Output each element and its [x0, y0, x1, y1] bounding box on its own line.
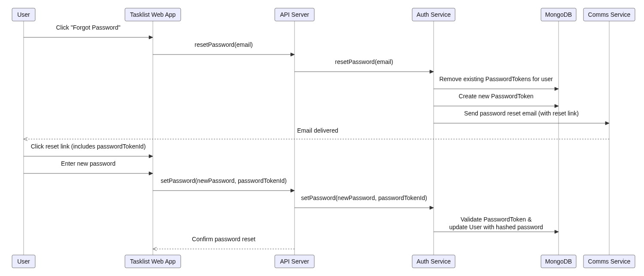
message-10-arrowhead — [430, 206, 434, 209]
participant-api-top-label: API Server — [280, 11, 309, 18]
message-2-arrowhead — [430, 70, 434, 73]
participant-auth-bottom-label: Auth Service — [416, 258, 451, 265]
message-5-label: Send password reset email (with reset li… — [464, 110, 579, 117]
message-8-label: Enter new password — [61, 160, 115, 167]
participant-comms-top-label: Comms Service — [588, 11, 631, 18]
message-7-arrowhead — [149, 155, 153, 158]
participant-api-bottom-label: API Server — [280, 258, 309, 265]
message-11-label-line-0: Validate PasswordToken & — [461, 216, 532, 223]
message-11-label-line-1: update User with hashed password — [449, 224, 543, 231]
message-3-arrowhead — [555, 87, 559, 91]
message-1-arrowhead — [291, 53, 295, 56]
message-8-arrowhead — [149, 172, 153, 175]
message-12-label: Confirm password reset — [192, 236, 255, 243]
message-11-arrowhead — [555, 230, 559, 234]
message-0-arrowhead — [149, 36, 153, 39]
message-1-label: resetPassword(email) — [194, 41, 252, 48]
message-9-label: setPassword(newPassword, passwordTokenId… — [161, 177, 286, 184]
message-3-label: Remove existing PasswordTokens for user — [439, 76, 553, 82]
participant-web-bottom-label: Tasklist Web App — [130, 258, 176, 265]
message-6-label: Email delivered — [297, 127, 338, 134]
message-2-label: resetPassword(email) — [335, 58, 393, 65]
message-0-label: Click "Forgot Password" — [56, 24, 121, 31]
participant-comms-bottom-label: Comms Service — [588, 258, 631, 265]
message-9-arrowhead — [291, 189, 295, 192]
message-4-label: Create new PasswordToken — [459, 93, 533, 100]
message-5-arrowhead — [605, 121, 609, 125]
sequence-diagram: UserTasklist Web AppAPI ServerAuth Servi… — [0, 0, 644, 276]
message-7-label: Click reset link (includes passwordToken… — [31, 143, 146, 150]
participant-user-bottom-label: User — [17, 258, 30, 265]
participant-auth-top-label: Auth Service — [416, 11, 451, 18]
participant-web-top-label: Tasklist Web App — [130, 11, 176, 18]
participant-user-top-label: User — [17, 11, 30, 18]
message-4-arrowhead — [555, 104, 559, 108]
participant-mongo-bottom-label: MongoDB — [545, 258, 572, 265]
message-10-label: setPassword(newPassword, passwordTokenId… — [301, 194, 427, 201]
participant-mongo-top-label: MongoDB — [545, 11, 572, 18]
